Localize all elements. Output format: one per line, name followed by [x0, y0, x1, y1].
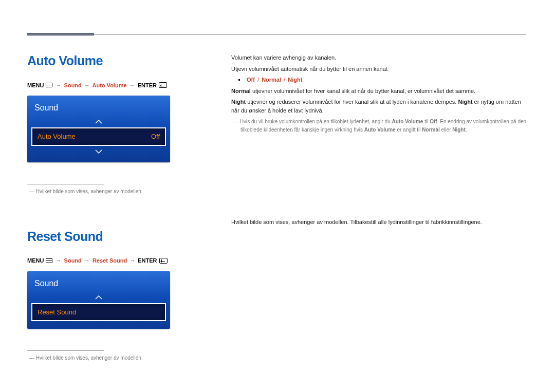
panel-title: Sound	[27, 276, 170, 293]
option-off: Off	[247, 77, 255, 83]
footnote-reset-sound: ― Hvilket bilde som vises, avhenger av m…	[27, 354, 199, 362]
slash: /	[283, 77, 286, 83]
breadcrumb-sound: Sound	[64, 82, 82, 88]
breadcrumb-sound: Sound	[64, 257, 82, 264]
term-normal: Normal	[231, 88, 251, 94]
slash: /	[256, 77, 260, 83]
desc-line-2: Utjevn volumnivået automatisk når du byt…	[231, 65, 529, 73]
footnote-rule	[27, 350, 104, 351]
chevron-down-icon[interactable]	[27, 147, 170, 156]
menu-row-label: Auto Volume	[38, 132, 76, 142]
term-night: Night	[231, 99, 246, 105]
arrow-icon: →	[128, 82, 136, 88]
arrow-icon: →	[55, 82, 63, 88]
enter-icon	[159, 258, 168, 264]
option-night: Night	[288, 77, 302, 83]
arrow-icon: →	[55, 257, 63, 264]
tv-menu-panel-reset-sound: Sound Reset Sound	[27, 271, 170, 329]
section-title-reset-sound: Reset Sound	[27, 227, 199, 247]
menu-row-auto-volume[interactable]: Auto Volume Off	[31, 127, 166, 146]
menu-icon	[46, 258, 52, 263]
chevron-up-icon[interactable]	[27, 293, 170, 302]
term-night-2: Night	[458, 99, 472, 105]
right-column: Volumet kan variere avhengig av kanalen.…	[231, 53, 529, 134]
footnote-rule	[27, 184, 104, 184]
breadcrumb-reset-sound: MENU → Sound → Reset Sound → ENTER	[27, 256, 199, 265]
arrow-icon: →	[128, 257, 136, 264]
breadcrumb-enter: ENTER	[138, 82, 157, 88]
option-normal: Normal	[262, 77, 281, 83]
panel-title: Sound	[27, 101, 170, 117]
menu-icon	[46, 83, 52, 87]
menu-row-value: Off	[151, 132, 160, 142]
breadcrumb-menu: MENU	[27, 82, 44, 88]
breadcrumb-enter: ENTER	[138, 257, 157, 264]
breadcrumb-reset-sound-item: Reset Sound	[92, 257, 127, 264]
breadcrumb-menu: MENU	[27, 257, 44, 264]
menu-row-reset-sound[interactable]: Reset Sound	[31, 303, 166, 322]
arrow-icon: →	[83, 82, 91, 88]
bullet-icon	[238, 79, 240, 81]
breadcrumb-auto-volume: MENU → Sound → Auto Volume → ENTER	[27, 81, 199, 90]
note-volume-control: ― Hvis du vil bruke volumkontrollen på e…	[231, 118, 529, 134]
enter-icon	[159, 82, 167, 88]
night-description: Night utjevner og reduserer volumnivået …	[231, 98, 529, 115]
desc-line-1: Volumet kan variere avhengig av kanalen.	[231, 53, 529, 62]
normal-description: Normal utjevner volumnivået for hver kan…	[231, 87, 529, 96]
arrow-icon: →	[83, 257, 91, 264]
tv-menu-panel-auto-volume: Sound Auto Volume Off	[27, 96, 170, 162]
chevron-up-icon[interactable]	[27, 117, 170, 126]
reset-sound-description: Hvilket bilde som vises, avhenger av mod…	[231, 218, 529, 227]
footnote-auto-volume: ― Hvilket bilde som vises, avhenger av m…	[27, 188, 199, 195]
options-list: Off / Normal / Night	[238, 76, 529, 84]
section-title-auto-volume: Auto Volume	[27, 51, 199, 71]
menu-row-label: Reset Sound	[38, 307, 76, 318]
left-column: Auto Volume MENU → Sound → Auto Volume →…	[27, 51, 199, 362]
header-rule	[27, 34, 526, 35]
breadcrumb-auto-volume-item: Auto Volume	[92, 82, 127, 88]
